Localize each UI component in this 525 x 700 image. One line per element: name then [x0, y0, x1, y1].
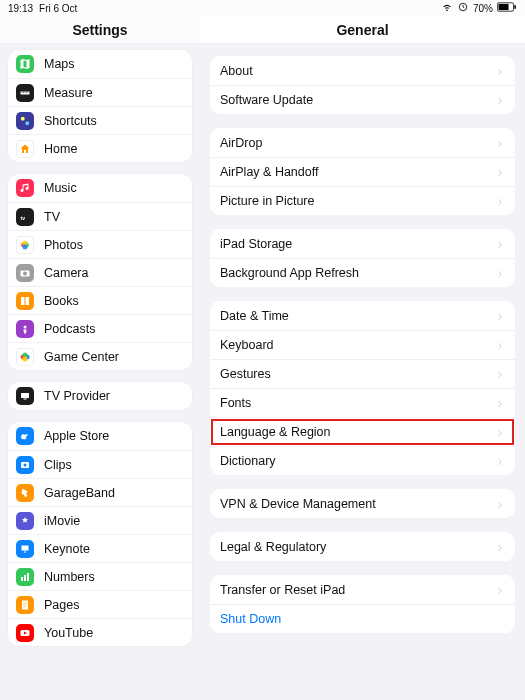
chevron-right-icon — [495, 340, 505, 350]
row-label: Language & Region — [220, 425, 495, 439]
status-time: 19:13 — [8, 3, 33, 14]
chevron-right-icon — [495, 585, 505, 595]
books-icon — [16, 292, 34, 310]
sidebar-group: MusictvTVPhotosCameraBooksPodcastsGame C… — [8, 174, 192, 370]
row-language-region[interactable]: Language & Region — [210, 417, 515, 446]
sidebar-item-label: Clips — [44, 458, 72, 472]
chevron-right-icon — [495, 66, 505, 76]
sidebar-item-label: Home — [44, 142, 77, 156]
row-ipad-storage[interactable]: iPad Storage — [210, 229, 515, 258]
row-label: Shut Down — [220, 612, 505, 626]
sidebar-item-label: iMovie — [44, 514, 80, 528]
sidebar-item-numbers[interactable]: Numbers — [8, 562, 192, 590]
chevron-right-icon — [495, 542, 505, 552]
row-background-app-refresh[interactable]: Background App Refresh — [210, 258, 515, 287]
svg-rect-23 — [22, 545, 29, 550]
row-label: VPN & Device Management — [220, 497, 495, 511]
keynote-icon — [16, 540, 34, 558]
chevron-right-icon — [495, 499, 505, 509]
imovie-icon — [16, 512, 34, 530]
sidebar-group: Apple StoreClipsGarageBandiMovieKeynoteN… — [8, 422, 192, 646]
row-transfer-or-reset-ipad[interactable]: Transfer or Reset iPad — [210, 575, 515, 604]
sidebar-group: MapsMeasureShortcutsHome — [8, 50, 192, 162]
chevron-right-icon — [495, 311, 505, 321]
sidebar-title: Settings — [0, 16, 200, 44]
sidebar-item-game-center[interactable]: Game Center — [8, 342, 192, 370]
settings-section: AboutSoftware Update — [210, 56, 515, 114]
sidebar-item-keynote[interactable]: Keynote — [8, 534, 192, 562]
pages-icon — [16, 596, 34, 614]
sidebar-item-label: Game Center — [44, 350, 119, 364]
sidebar-item-tv[interactable]: tvTV — [8, 202, 192, 230]
sidebar-item-label: Music — [44, 181, 77, 195]
sidebar-item-photos[interactable]: Photos — [8, 230, 192, 258]
sidebar-item-camera[interactable]: Camera — [8, 258, 192, 286]
sidebar-item-pages[interactable]: Pages — [8, 590, 192, 618]
settings-section: VPN & Device Management — [210, 489, 515, 518]
row-vpn-device-management[interactable]: VPN & Device Management — [210, 489, 515, 518]
settings-section: AirDropAirPlay & HandoffPicture in Pictu… — [210, 128, 515, 215]
sidebar-item-home[interactable]: Home — [8, 134, 192, 162]
podcast-icon — [16, 320, 34, 338]
row-software-update[interactable]: Software Update — [210, 85, 515, 114]
chevron-right-icon — [495, 95, 505, 105]
chevron-right-icon — [495, 167, 505, 177]
row-gestures[interactable]: Gestures — [210, 359, 515, 388]
chevron-right-icon — [495, 196, 505, 206]
sidebar-item-label: Shortcuts — [44, 114, 97, 128]
sidebar-group: TV Provider — [8, 382, 192, 410]
row-dictionary[interactable]: Dictionary — [210, 446, 515, 475]
sidebar-item-apple-store[interactable]: Apple Store — [8, 422, 192, 450]
status-battery-text: 70% — [473, 3, 493, 14]
numbers-icon — [16, 568, 34, 586]
map-icon — [16, 55, 34, 73]
settings-section: iPad StorageBackground App Refresh — [210, 229, 515, 287]
row-label: About — [220, 64, 495, 78]
tvprovider-icon — [16, 387, 34, 405]
row-shut-down[interactable]: Shut Down — [210, 604, 515, 633]
clips-icon — [16, 456, 34, 474]
sidebar-item-youtube[interactable]: YouTube — [8, 618, 192, 646]
svg-point-22 — [24, 463, 27, 466]
sidebar-item-music[interactable]: Music — [8, 174, 192, 202]
svg-point-13 — [23, 271, 27, 275]
chevron-right-icon — [495, 398, 505, 408]
sidebar-item-imovie[interactable]: iMovie — [8, 506, 192, 534]
sidebar-item-clips[interactable]: Clips — [8, 450, 192, 478]
sidebar-item-podcasts[interactable]: Podcasts — [8, 314, 192, 342]
row-about[interactable]: About — [210, 56, 515, 85]
rotation-lock-icon — [457, 2, 469, 14]
settings-section: Legal & Regulatory — [210, 532, 515, 561]
svg-point-18 — [23, 356, 28, 361]
shortcut-icon — [16, 112, 34, 130]
row-airplay-handoff[interactable]: AirPlay & Handoff — [210, 157, 515, 186]
chevron-right-icon — [495, 369, 505, 379]
sidebar-item-measure[interactable]: Measure — [8, 78, 192, 106]
row-label: Picture in Picture — [220, 194, 495, 208]
sidebar-item-label: Podcasts — [44, 322, 95, 336]
sidebar-item-garageband[interactable]: GarageBand — [8, 478, 192, 506]
sidebar-item-label: Photos — [44, 238, 83, 252]
photos-icon — [16, 236, 34, 254]
row-legal-regulatory[interactable]: Legal & Regulatory — [210, 532, 515, 561]
sidebar-item-shortcuts[interactable]: Shortcuts — [8, 106, 192, 134]
status-date: Fri 6 Oct — [39, 3, 77, 14]
row-fonts[interactable]: Fonts — [210, 388, 515, 417]
svg-rect-5 — [21, 117, 25, 121]
chevron-right-icon — [495, 138, 505, 148]
sidebar-item-maps[interactable]: Maps — [8, 50, 192, 78]
row-label: Legal & Regulatory — [220, 540, 495, 554]
row-airdrop[interactable]: AirDrop — [210, 128, 515, 157]
row-label: AirPlay & Handoff — [220, 165, 495, 179]
svg-rect-3 — [514, 5, 516, 9]
svg-rect-20 — [24, 399, 27, 400]
svg-rect-6 — [26, 121, 30, 125]
row-label: Date & Time — [220, 309, 495, 323]
sidebar-item-tv-provider[interactable]: TV Provider — [8, 382, 192, 410]
row-date-time[interactable]: Date & Time — [210, 301, 515, 330]
row-picture-in-picture[interactable]: Picture in Picture — [210, 186, 515, 215]
row-keyboard[interactable]: Keyboard — [210, 330, 515, 359]
sidebar-item-label: Measure — [44, 86, 93, 100]
sidebar-item-books[interactable]: Books — [8, 286, 192, 314]
wifi-icon — [441, 2, 453, 14]
